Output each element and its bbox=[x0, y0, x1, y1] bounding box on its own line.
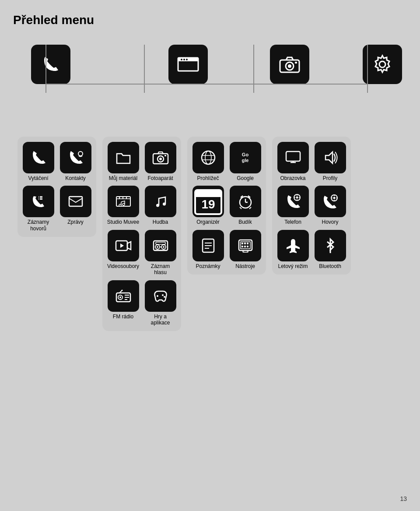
prohlizec-icon[interactable] bbox=[192, 142, 224, 173]
hovory-item: Hovory bbox=[314, 186, 346, 225]
svg-rect-77 bbox=[247, 243, 248, 244]
letovy-rezim-icon[interactable] bbox=[277, 230, 309, 261]
top-icon-phone-item bbox=[26, 45, 75, 84]
phone-icon bbox=[41, 55, 60, 74]
group-media-row4: FM rádio Hry bbox=[107, 280, 177, 326]
page-title: Přehled menu bbox=[13, 13, 407, 27]
profily-item: Profily bbox=[314, 142, 346, 181]
phone-settings-icon bbox=[285, 193, 301, 210]
group-phone-row2: Záznamy hovorů Zprávy bbox=[22, 186, 92, 232]
svg-marker-34 bbox=[120, 243, 124, 248]
organizér-label: Organizér bbox=[196, 219, 220, 225]
nastroje-label: Nástroje bbox=[235, 263, 255, 269]
svg-rect-80 bbox=[247, 246, 248, 247]
bluetooth-icon[interactable] bbox=[315, 230, 346, 261]
hry-aplikace-label: Hry a aplikace bbox=[144, 314, 177, 326]
hry-aplikace-icon[interactable] bbox=[145, 280, 176, 312]
hudba-label: Hudba bbox=[153, 219, 168, 225]
lines-space bbox=[13, 84, 407, 137]
nastroje-item: Nástroje bbox=[229, 230, 262, 269]
svg-point-12 bbox=[183, 59, 185, 60]
poznamky-item: Poznámky bbox=[192, 230, 224, 269]
top-spacer-1 bbox=[75, 45, 164, 84]
top-icon-media[interactable] bbox=[168, 45, 208, 84]
svg-rect-75 bbox=[242, 243, 243, 244]
svg-point-53 bbox=[164, 296, 165, 298]
svg-point-39 bbox=[163, 246, 164, 248]
svg-rect-78 bbox=[242, 246, 243, 247]
group-media-row1: Můj materiál bbox=[107, 142, 177, 181]
fm-radio-item: FM rádio bbox=[107, 280, 140, 320]
budik-label: Budík bbox=[238, 219, 252, 225]
svg-rect-84 bbox=[286, 152, 300, 161]
svg-point-16 bbox=[288, 64, 291, 68]
budik-icon[interactable] bbox=[230, 186, 261, 217]
alarm-icon bbox=[237, 193, 254, 210]
videosoubory-label: Videosoubory bbox=[107, 263, 139, 269]
google-icon-box[interactable]: Go gle bbox=[230, 142, 261, 173]
svg-point-49 bbox=[121, 289, 122, 291]
contacts-icon bbox=[67, 149, 84, 166]
bluetooth-label: Bluetooth bbox=[319, 263, 341, 269]
svg-point-55 bbox=[205, 151, 211, 164]
studio-muvee-icon[interactable] bbox=[108, 186, 139, 217]
group-phone: Vytáčení Kontakty bbox=[18, 137, 96, 237]
poznamky-icon[interactable] bbox=[192, 230, 224, 261]
google-label: Google bbox=[237, 175, 254, 181]
menu-tree: Vytáčení Kontakty bbox=[13, 45, 407, 331]
fotoaparat-svg-icon bbox=[152, 149, 169, 166]
zaznam-hlasu-icon[interactable] bbox=[145, 230, 176, 261]
top-icon-settings[interactable] bbox=[363, 45, 402, 84]
organizér-icon[interactable]: 19 bbox=[192, 186, 224, 217]
telefon-label: Telefon bbox=[284, 219, 301, 225]
zaznam-hlasu-label: Záznam hlasu bbox=[144, 263, 177, 276]
fm-radio-label: FM rádio bbox=[113, 314, 133, 320]
fotoaparat-item: Fotoaparát bbox=[144, 142, 177, 181]
cassette-icon bbox=[152, 237, 169, 254]
svg-line-68 bbox=[249, 207, 251, 209]
browser-icon bbox=[200, 149, 217, 166]
muj-material-icon[interactable] bbox=[108, 142, 139, 173]
svg-point-11 bbox=[181, 59, 182, 60]
group-settings-row2: Telefon bbox=[276, 186, 346, 225]
poznamky-label: Poznámky bbox=[196, 263, 220, 269]
nastroje-icon[interactable] bbox=[230, 230, 261, 261]
zaznamy-item: Záznamy hovorů bbox=[22, 186, 55, 232]
hovory-icon[interactable] bbox=[315, 186, 346, 217]
music-icon bbox=[152, 193, 169, 210]
zaznamy-icon[interactable] bbox=[23, 186, 54, 217]
top-icon-phone[interactable] bbox=[31, 45, 70, 84]
airplane-icon bbox=[285, 237, 301, 254]
hudba-icon[interactable] bbox=[145, 186, 176, 217]
kontakty-icon[interactable] bbox=[60, 142, 91, 173]
svg-rect-20 bbox=[69, 197, 82, 206]
obrazovka-icon[interactable] bbox=[277, 142, 309, 173]
screen-icon bbox=[285, 149, 301, 166]
svg-marker-87 bbox=[326, 152, 332, 163]
zpravy-icon[interactable] bbox=[60, 186, 91, 217]
obrazovka-item: Obrazovka bbox=[276, 142, 309, 181]
google-text: Go gle bbox=[242, 152, 249, 163]
svg-point-54 bbox=[202, 151, 215, 164]
top-icon-settings-item bbox=[358, 45, 407, 84]
svg-rect-17 bbox=[295, 62, 297, 63]
google-item: Go gle Google bbox=[229, 142, 262, 181]
profily-icon[interactable] bbox=[315, 142, 346, 173]
svg-rect-41 bbox=[156, 242, 165, 244]
telefon-icon[interactable] bbox=[277, 186, 309, 217]
fotoaparat-label: Fotoaparát bbox=[147, 175, 173, 181]
svg-point-95 bbox=[333, 197, 335, 199]
top-icon-camera[interactable] bbox=[270, 45, 309, 84]
notes-svg-icon bbox=[200, 237, 217, 254]
fm-radio-icon[interactable] bbox=[108, 280, 139, 312]
svg-point-23 bbox=[159, 158, 162, 160]
vytaceni-icon[interactable] bbox=[23, 142, 54, 173]
video-icon bbox=[115, 237, 132, 254]
svg-rect-76 bbox=[244, 243, 246, 244]
prohlizec-item: Prohlížeč bbox=[192, 142, 224, 181]
fotoaparat-icon[interactable] bbox=[145, 142, 176, 173]
group-settings-row3: Letový režim Bluetooth bbox=[276, 230, 346, 269]
videosoubory-icon[interactable] bbox=[108, 230, 139, 261]
studio-icon bbox=[115, 193, 132, 210]
call-settings-icon bbox=[322, 193, 339, 210]
